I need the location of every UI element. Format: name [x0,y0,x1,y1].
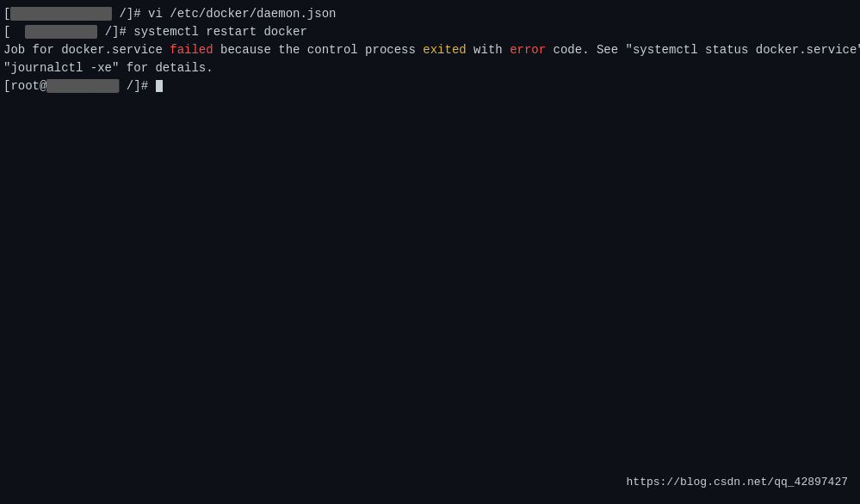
terminal-text-segment: ██████████████ [10,7,112,21]
terminal-text-segment: exited [423,43,466,57]
terminal-line-line1: [██████████████ /]# vi /etc/docker/daemo… [3,5,857,23]
terminal-window[interactable]: [██████████████ /]# vi /etc/docker/daemo… [0,0,860,504]
terminal-text-segment [25,25,97,39]
terminal-text-segment: error [510,43,546,57]
terminal-text-segment: failed [170,43,213,57]
terminal-text-segment [10,25,25,39]
terminal-line-line2: [ /]# systemctl restart docker [3,23,857,41]
terminal-text-segment: /]# [119,79,155,93]
terminal-text-segment: Job for docker.service [3,43,170,57]
terminal-text-segment: code. See "systemctl status docker.servi… [546,43,860,57]
terminal-line-line4: "journalctl -xe" for details. [3,59,857,77]
terminal-text-segment: "journalctl -xe" for details. [3,61,213,75]
terminal-text-segment: with [467,43,510,57]
terminal-cursor [156,80,163,92]
terminal-text-segment: ██████████ [46,79,119,93]
terminal-line-line5: [root@██████████ /]# [3,77,857,95]
terminal-text-segment: /]# systemctl restart docker [97,25,307,39]
terminal-text-segment: /]# vi /etc/docker/daemon.json [112,7,336,21]
terminal-text-segment: [root@ [3,79,46,93]
watermark: https://blog.csdn.net/qq_42897427 [627,476,848,489]
terminal-output: [██████████████ /]# vi /etc/docker/daemo… [3,5,857,95]
terminal-text-segment: because the control process [213,43,424,57]
terminal-line-line3: Job for docker.service failed because th… [3,41,857,59]
